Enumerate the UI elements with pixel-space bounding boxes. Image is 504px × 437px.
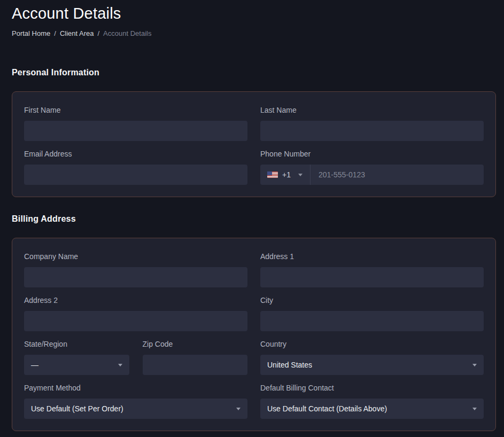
zip-input[interactable] <box>143 355 248 375</box>
last-name-label: Last Name <box>260 106 484 114</box>
phone-country-select[interactable]: +1 <box>260 165 311 185</box>
zip-label: Zip Code <box>143 340 248 348</box>
chevron-down-icon <box>118 364 122 366</box>
email-label: Email Address <box>24 150 247 158</box>
phone-input[interactable] <box>311 165 484 185</box>
country-select[interactable]: United States <box>260 355 484 375</box>
company-name-field-group: Company Name <box>24 252 247 287</box>
phone-field: +1 <box>260 165 484 185</box>
chevron-down-icon <box>298 174 303 176</box>
address1-input[interactable] <box>260 267 484 287</box>
phone-field-group: Phone Number +1 <box>260 150 484 185</box>
country-field-group: Country United States <box>260 340 484 375</box>
state-select-value: — <box>31 361 38 369</box>
phone-label: Phone Number <box>260 150 484 158</box>
state-field-group: State/Region — <box>24 340 129 375</box>
last-name-input[interactable] <box>260 121 484 141</box>
billing-contact-label: Default Billing Contact <box>260 384 484 392</box>
payment-method-select-value: Use Default (Set Per Order) <box>31 404 123 413</box>
country-label: Country <box>260 340 484 348</box>
city-input[interactable] <box>260 311 484 331</box>
email-field-group: Email Address <box>24 150 247 185</box>
billing-address-card: Company Name Address 1 Address 2 City St… <box>12 238 496 431</box>
payment-method-field-group: Payment Method Use Default (Set Per Orde… <box>24 384 247 419</box>
last-name-field-group: Last Name <box>260 106 484 141</box>
breadcrumb-separator: / <box>54 29 56 37</box>
billing-address-heading: Billing Address <box>12 214 496 224</box>
breadcrumb: Portal Home / Client Area / Account Deta… <box>12 29 496 37</box>
breadcrumb-client-area[interactable]: Client Area <box>60 29 94 37</box>
address2-input[interactable] <box>24 311 247 331</box>
personal-information-heading: Personal Information <box>12 68 496 77</box>
personal-information-card: First Name Last Name Email Address Phone… <box>12 91 496 197</box>
payment-method-select[interactable]: Use Default (Set Per Order) <box>24 399 247 419</box>
billing-contact-select-value: Use Default Contact (Details Above) <box>267 404 387 413</box>
breadcrumb-separator: / <box>97 29 99 37</box>
company-name-input[interactable] <box>24 267 247 287</box>
address2-label: Address 2 <box>24 296 247 305</box>
billing-contact-select[interactable]: Use Default Contact (Details Above) <box>260 399 484 419</box>
chevron-down-icon <box>236 408 241 410</box>
company-name-label: Company Name <box>24 252 247 261</box>
first-name-field-group: First Name <box>24 106 247 141</box>
address1-field-group: Address 1 <box>260 252 484 287</box>
payment-method-label: Payment Method <box>24 384 247 392</box>
address1-label: Address 1 <box>260 252 484 261</box>
address2-field-group: Address 2 <box>24 296 247 331</box>
first-name-label: First Name <box>24 106 247 114</box>
page-title: Account Details <box>12 0 496 22</box>
dial-code: +1 <box>282 170 291 179</box>
city-field-group: City <box>260 296 484 331</box>
billing-contact-field-group: Default Billing Contact Use Default Cont… <box>260 384 484 419</box>
city-label: City <box>260 296 484 305</box>
us-flag-icon <box>267 171 278 178</box>
country-select-value: United States <box>267 361 312 369</box>
state-zip-row: State/Region — Zip Code <box>24 340 247 375</box>
state-label: State/Region <box>24 340 129 348</box>
breadcrumb-current: Account Details <box>103 29 151 37</box>
chevron-down-icon <box>472 364 477 366</box>
account-details-page: Account Details Portal Home / Client Are… <box>12 0 496 431</box>
state-select[interactable]: — <box>24 355 129 375</box>
zip-field-group: Zip Code <box>143 340 248 375</box>
chevron-down-icon <box>472 408 477 410</box>
email-input[interactable] <box>24 165 247 185</box>
breadcrumb-portal-home[interactable]: Portal Home <box>12 29 50 37</box>
first-name-input[interactable] <box>24 121 247 141</box>
